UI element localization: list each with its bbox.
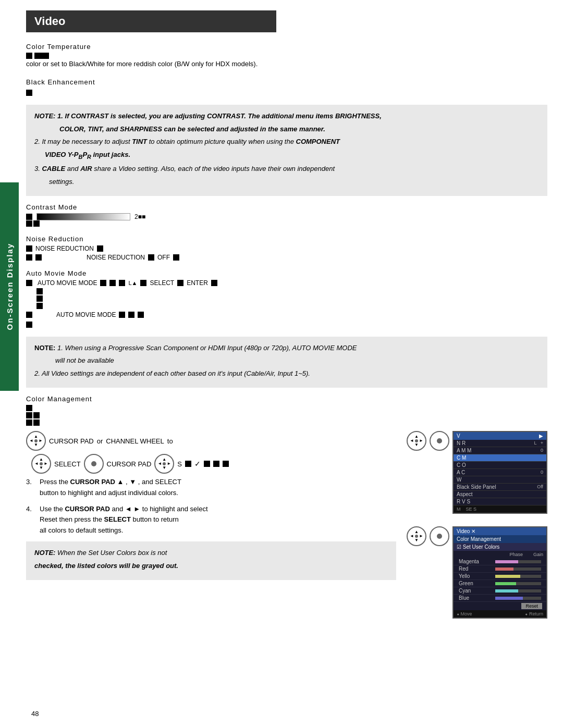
amm-icon5 (140, 280, 146, 286)
cursor-pad-icon-3: ▲ ◄ ► ▼ (154, 454, 174, 474)
contrast-icon2 (26, 220, 32, 227)
nr-icon5 (148, 254, 154, 261)
amm-icon2 (100, 280, 106, 286)
nr-icon6 (173, 254, 179, 261)
amm-row2: AUTO MOVIE MODE (26, 311, 547, 318)
color-management-section: Color Management ▲ ◄ (26, 395, 547, 619)
screen2-subtitle: Color Management (454, 535, 546, 543)
amm-icon4 (119, 280, 125, 286)
contrast-marker: 2■■ (134, 213, 145, 220)
color-row-cyan: Cyan (454, 587, 546, 595)
color-temp-icon (26, 53, 32, 59)
note1-item2: 2. It may be necessary to adjust TINT to… (34, 137, 539, 147)
color-bar-yellow (495, 575, 541, 578)
screen1-item-amm: A M M 0 (454, 447, 546, 454)
amm-icon3 (109, 280, 116, 286)
color-temperature-section: Color Temperature color or set to Black/… (26, 43, 547, 70)
cm-icon2 (26, 412, 32, 418)
cursor-pad-icon-1: ▲ ◄ ► ▼ (26, 431, 46, 451)
contrast-icon3 (33, 220, 40, 227)
screen1-mockup: V ▶ N R L + A M M 0 C M (452, 431, 547, 514)
amm-icon10 (128, 312, 134, 318)
step2-icon4 (223, 461, 229, 467)
nr-label2: NOISE REDUCTION (45, 254, 145, 261)
screen2-reset-btn: Reset (521, 603, 542, 609)
amm-icon1 (26, 280, 32, 286)
note3-text1: When the Set User Colors box is not (57, 549, 167, 557)
screen2-title: Video ✕ (454, 527, 546, 535)
color-bar-red (495, 567, 541, 571)
step4-cursor-bold: CURSOR PAD (65, 505, 109, 513)
page-number: 48 (31, 710, 39, 718)
note1-label: NOTE: (34, 112, 55, 120)
note1-item1-prefix: 1. If (57, 112, 71, 120)
nr-off-label: OFF (157, 254, 170, 261)
screen1-item-w: W (454, 476, 546, 484)
screen-images-column: ▲ ◄ ► ▼ V (407, 431, 547, 619)
note1-item3-cont: settings. (34, 177, 539, 188)
cm-icon5 (33, 419, 40, 426)
screen2-reset-row: Reset (454, 602, 546, 610)
note3-text2: checked, the listed colors will be graye… (34, 562, 178, 570)
nr-icon1 (26, 245, 32, 252)
step2-icon3 (213, 461, 219, 467)
sidebar-label: On-Screen Display (0, 182, 19, 391)
cm-icon3 (33, 412, 40, 418)
color-temp-bar (34, 53, 49, 59)
color-row-yellow: Yello (454, 573, 546, 580)
color-bar-green (495, 582, 541, 585)
amm-icon6 (177, 280, 183, 286)
nr-icon2 (97, 245, 103, 252)
note1-item3: 3. CABLE and AIR share a Video setting. … (34, 164, 539, 175)
color-temperature-title: Color Temperature (26, 43, 547, 51)
screen1-item-aspect: Aspect (454, 491, 546, 498)
step2-icon (185, 461, 191, 467)
color-bar-cyan (495, 589, 541, 593)
note2-item1-cont: will not be available (34, 355, 539, 366)
auto-movie-mode-title: Auto Movie Mode (26, 269, 547, 277)
nr-icon4 (35, 254, 42, 261)
auto-movie-mode-section: Auto Movie Mode AUTO MOVIE MODE L▲ SELEC… (26, 269, 547, 328)
noise-reduction-title: Noise Reduction (26, 235, 547, 243)
noise-reduction-section: Noise Reduction NOISE REDUCTION NOISE RE… (26, 235, 547, 261)
nr-icon3 (26, 254, 32, 261)
select-dot (91, 461, 96, 466)
amm-sub-icon2 (36, 295, 43, 302)
screen1-item-nr: N R L + (454, 440, 546, 447)
page-title: Video (26, 10, 276, 32)
amm-label1: AUTO MOVIE MODE (38, 279, 97, 287)
amm-sub-icon3 (36, 303, 43, 309)
color-row-green: Green (454, 580, 546, 587)
nr-label1: NOISE REDUCTION (35, 245, 94, 252)
contrast-mode-title: Contrast Mode (26, 203, 547, 211)
screen2-bottom-bar: ⬥ Move ⬥ Return (454, 610, 546, 618)
black-enhancement-title: Black Enhancement (26, 78, 547, 86)
select-icon-screens (430, 431, 449, 451)
screen1-item-cm: C M (454, 454, 546, 462)
note-box-3: NOTE: When the Set User Colors box is no… (26, 541, 396, 580)
color-management-text: ▲ ◄ ► ▼ CURSOR PAD or CHANNEL WHEEL to (26, 431, 396, 587)
screen1-item-ac: A C 0 (454, 469, 546, 476)
black-enhancement-section: Black Enhancement (26, 78, 547, 96)
amm-icon7 (211, 280, 217, 286)
screen2-section: ☑ Set User Colors (454, 543, 546, 551)
note1-item1-cont: COLOR, TINT, and SHARPNESS can be select… (59, 125, 325, 133)
amm-icon9 (119, 312, 125, 318)
contrast-icon1 (26, 214, 32, 220)
step1-cursor-label: CURSOR PAD (49, 437, 94, 445)
note3-label: NOTE: (34, 549, 55, 557)
amm-sub-icon4 (26, 322, 32, 328)
cursor-pad-icon-screens2: ▲ ◄ ► ▼ (407, 526, 426, 546)
note-box-1: NOTE: 1. If CONTRAST is selected, you ar… (26, 105, 547, 196)
select-icon-1 (84, 454, 104, 474)
cursor-pad-icon-screens: ▲ ◄ ► ▼ (407, 431, 426, 451)
step2-icon2 (204, 461, 210, 467)
cm-icon1 (26, 405, 32, 411)
amm-sub-icon1 (36, 288, 43, 294)
color-bar-blue (495, 597, 541, 600)
screen1-item-rvs: R V S (454, 498, 546, 505)
amm-icon8 (26, 312, 32, 318)
screen1-menu-bar: M SE S (454, 505, 546, 513)
step3: 3. Press the CURSOR PAD ▲ , ▼ , and SELE… (26, 477, 396, 499)
color-bar-magenta (495, 560, 541, 563)
